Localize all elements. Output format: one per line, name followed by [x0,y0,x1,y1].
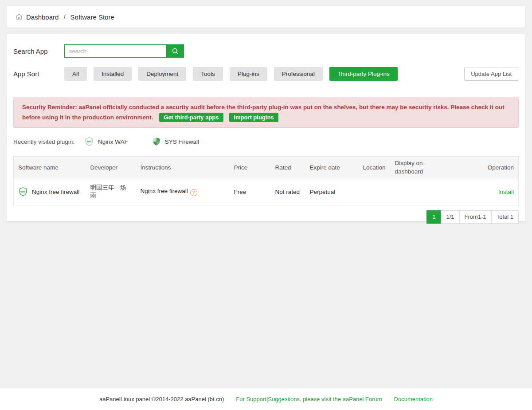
search-button[interactable] [166,44,184,58]
recent-plugin-sys-firewall[interactable]: SYS Firewall [152,137,199,146]
search-icon [171,47,180,55]
pagination-range: From1-1 [459,210,492,224]
col-header-software-name: Software name [14,157,86,178]
help-icon[interactable]: ? [190,189,197,196]
col-header-price: Price [230,157,271,178]
software-store-page: Dashboard / Software Store Search App Ap… [0,0,532,410]
pagination: 1 1/1 From1-1 Total 1 [13,210,519,224]
sort-tab-deployment[interactable]: Deployment [138,67,186,81]
sort-tab-all[interactable]: All [64,67,87,81]
instructions-cell: Nginx free firewall? [136,178,230,205]
col-header-developer: Developer [86,157,136,178]
waf-shield-icon: WAF [18,187,28,197]
operation-cell: Install [453,178,519,205]
sort-tab-plugins[interactable]: Plug-ins [230,67,267,81]
software-table: Software name Developer Instructions Pri… [13,156,519,205]
recent-plugin-label: Nginx WAF [98,138,128,145]
app-sort-label: App Sort [13,70,64,78]
col-header-expire-date: Expire date [305,157,359,178]
rated-cell: Not rated [271,178,305,205]
location-cell [359,178,391,205]
pagination-page-1[interactable]: 1 [426,210,441,224]
recently-visited-row: Recently visited plugin: WAF Nginx WAF [13,136,519,147]
software-name: Nginx free firewall [32,189,79,195]
breadcrumb: Dashboard / Software Store [7,6,525,28]
col-header-instructions: Instructions [136,157,230,178]
software-name-cell: WAF Nginx free firewall [14,178,86,205]
pagination-total: Total 1 [491,210,519,224]
col-header-location: Location [359,157,391,178]
display-on-dashboard-cell [391,178,453,205]
search-input[interactable] [64,44,166,58]
sort-tab-installed[interactable]: Installed [94,67,132,81]
table-row: WAF Nginx free firewall 明国三年一场雨 Nginx fr… [14,178,519,205]
search-app-label: Search App [13,47,64,55]
search-row: Search App [13,44,519,58]
table-header-row: Software name Developer Instructions Pri… [14,157,519,178]
col-header-display-on-dashboard: Display on dashboard [391,157,453,178]
footer: aaPanelLinux panel ©2014-2022 aaPanel (b… [0,388,532,410]
get-third-party-apps-button[interactable]: Get third-party apps [159,113,223,122]
breadcrumb-current: Software Store [70,13,114,21]
software-store-card: Search App App Sort All Installed Deploy… [7,34,525,221]
developer-cell: 明国三年一场雨 [86,178,136,205]
sort-tab-tools[interactable]: Tools [193,67,223,81]
sort-tab-third-party-plugins[interactable]: Third-party Plug-ins [329,67,398,81]
instructions-text: Nginx free firewall [141,188,188,194]
install-link[interactable]: Install [498,189,514,195]
pagination-page-info: 1/1 [441,210,459,224]
svg-text:WAF: WAF [86,140,91,143]
security-reminder-banner: Security Reminder: aaPanel officially co… [13,97,519,128]
footer-forum-link[interactable]: For Support|Suggestions, please visit th… [236,396,382,402]
app-sort-row: App Sort All Installed Deployment Tools … [13,67,519,81]
col-header-operation: Operation [453,157,519,178]
firewall-shield-icon [152,137,161,146]
recent-plugin-label: SYS Firewall [165,138,199,145]
footer-copyright: aaPanelLinux panel ©2014-2022 aaPanel (b… [99,396,224,402]
update-app-list-button[interactable]: Update App List [464,67,518,81]
breadcrumb-dashboard-label: Dashboard [26,13,59,21]
col-header-rated: Rated [271,157,305,178]
recently-visited-label: Recently visited plugin: [13,138,74,145]
home-icon [15,13,23,21]
footer-documentation-link[interactable]: Documentation [394,396,433,402]
recent-plugin-nginx-waf[interactable]: WAF Nginx WAF [84,137,128,146]
waf-shield-icon: WAF [84,137,94,146]
price-cell: Free [230,178,271,205]
breadcrumb-dashboard-link[interactable]: Dashboard [15,13,59,21]
breadcrumb-separator: / [63,13,65,21]
import-plugins-button[interactable]: Import plugins [229,113,278,122]
svg-text:WAF: WAF [20,190,25,193]
expire-date-cell: Perpetual [305,178,359,205]
sort-tab-professional[interactable]: Professional [274,67,323,81]
